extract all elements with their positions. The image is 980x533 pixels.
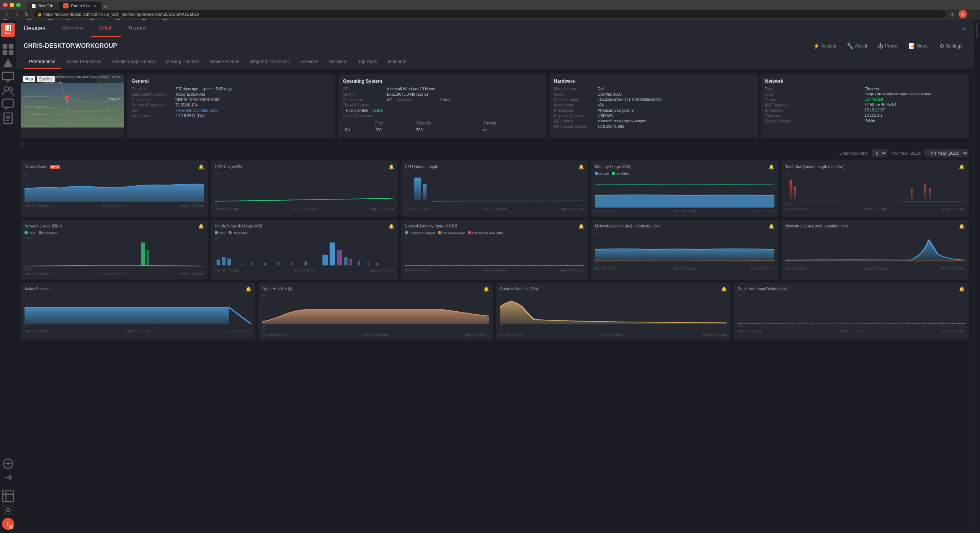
notes-button[interactable]: 📝 Notes — [905, 41, 931, 51]
net-status-row: Status: — [765, 98, 865, 102]
actions-button[interactable]: ⚡ Actions — [810, 41, 839, 51]
settings-button[interactable]: ⚙ Settings — [936, 41, 965, 51]
power-button[interactable]: ⏻ Power — [875, 41, 901, 51]
forward-button[interactable]: › — [13, 10, 21, 18]
top-nav-tabs: Overview Details Reports — [55, 20, 962, 37]
net-gw-val: 10.101.1.1 — [864, 113, 882, 118]
chart-handles-bell[interactable]: 🔔 — [483, 286, 489, 292]
tab-services[interactable]: Services — [295, 55, 323, 69]
sidebar-dashboard-icon[interactable] — [2, 43, 14, 56]
chart-ctx-bell[interactable]: 🔔 — [721, 286, 727, 292]
right-sidebar-handle[interactable] — [976, 23, 978, 38]
svg-rect-29 — [337, 250, 342, 265]
chart-disk-queue-bell[interactable]: 🔔 — [959, 164, 965, 170]
os-version-row: Version: 10.0.19045.3448 (22H2) — [343, 92, 542, 96]
settings-label: Settings — [946, 43, 962, 49]
tab-sessions[interactable]: Sessions — [323, 55, 353, 69]
tab-device-events[interactable]: Device Events — [204, 55, 245, 69]
sidebar-arrow-icon[interactable] — [2, 471, 14, 484]
general-isp[interactable]: Flexential Colorado Corp — [175, 108, 218, 113]
chart-net-usage-bell[interactable]: 🔔 — [198, 224, 204, 229]
svg-rect-31 — [349, 258, 352, 265]
general-card: General Enrolled: 397 days ago Uptime: 5… — [127, 74, 335, 138]
browser-tab-active[interactable]: ControlUp ✕ — [59, 2, 102, 10]
hw-proc: Physical: 1 Logical: 2 — [598, 108, 634, 113]
tab-reports[interactable]: Reports — [121, 20, 154, 37]
chart-latency-youtube-bell[interactable]: 🔔 — [959, 224, 965, 229]
tab-active-processes[interactable]: Active Processes — [61, 55, 107, 69]
tab-performance[interactable]: Performance — [24, 55, 61, 69]
menu-button[interactable]: ⋮ — [969, 10, 977, 18]
sidebar-users-icon[interactable] — [2, 85, 14, 97]
tab-incidents[interactable]: Incidents — [382, 55, 412, 69]
content-area: Map Satellite — [16, 69, 973, 533]
date-range-select[interactable]: This Year (2023) — [924, 149, 969, 157]
sidebar-warning-icon[interactable]: ! 5 — [2, 518, 14, 530]
chart-columns-label: Chart Columns: — [840, 151, 869, 155]
svg-point-44 — [476, 265, 478, 266]
svg-point-50 — [771, 322, 773, 323]
assist-button[interactable]: 🔧 Assist — [844, 41, 870, 51]
tab-overview[interactable]: Overview — [55, 20, 91, 37]
hw-proc-row: Processors: Physical: 1 Logical: 2 — [554, 108, 753, 113]
top-nav-menu-icon[interactable]: ≡ — [962, 25, 965, 32]
profile-button[interactable]: A — [959, 10, 967, 18]
close-dot[interactable] — [3, 3, 8, 7]
chart-cpu-dates: Dec 31 4:23 pm Sep 2 11:50 pm Sep 10 7:1… — [215, 207, 394, 211]
sidebar-report-icon[interactable] — [2, 112, 14, 124]
tab-missing-patches[interactable]: Missing Patches — [160, 55, 204, 69]
tab-details[interactable]: Details — [91, 20, 121, 37]
svg-rect-34 — [264, 263, 266, 265]
maximize-dot[interactable] — [16, 3, 21, 7]
chart-device-score-bell[interactable]: 🔔 — [198, 164, 204, 170]
collapse-icon[interactable]: ⊖ — [21, 141, 24, 147]
new-tab-button[interactable]: + — [104, 3, 107, 10]
svg-rect-12 — [97, 74, 124, 93]
chart-cpu-queue-bell[interactable]: 🔔 — [578, 164, 584, 170]
chart-handles-header: Open Handles (k) 🔔 — [262, 286, 489, 292]
chart-delay-bell[interactable]: 🔔 — [959, 286, 965, 292]
sidebar-table-icon[interactable] — [2, 490, 14, 502]
chart-delay-header: Peak User Input Delay (secs) 🔔 — [738, 286, 965, 292]
tab-installed-apps[interactable]: Installed Applications — [107, 55, 160, 69]
extensions-button[interactable]: ⊞ — [949, 10, 956, 18]
chart-net-usage-header: Network Usage (Mb/s) 🔔 — [24, 224, 204, 229]
chart-latency-controlup-bell[interactable]: 🔔 — [769, 224, 774, 229]
chart-sessions-bell[interactable]: 🔔 — [246, 286, 252, 292]
tab-top-apps[interactable]: Top Apps — [353, 55, 382, 69]
chart-cpu-bell[interactable]: 🔔 — [389, 164, 394, 170]
drives-col-capacity: Capacity — [415, 120, 481, 126]
tab-close-icon[interactable]: ✕ — [93, 3, 97, 8]
chart-hourly-net-bell[interactable]: 🔔 — [389, 224, 394, 229]
url-bar[interactable]: 🔒 https://app.controlup.com/controlup_te… — [33, 10, 946, 18]
svg-rect-2 — [2, 50, 7, 55]
date-range-label: This Year (2023) — [890, 151, 921, 155]
refresh-button[interactable]: ↻ — [23, 10, 31, 18]
chart-device-score-header: Device Score BETA 🔔 — [24, 164, 204, 170]
browser-tab-inactive[interactable]: 📄 New Tab — [27, 2, 58, 10]
sidebar-chat-icon[interactable] — [2, 98, 14, 111]
network-info-card: Network Type: Alias: Status: — [761, 74, 969, 138]
os-profile-row: Public profile Active — [343, 108, 542, 113]
device-header: CHRIS-DESKTOP.WORKGROUP ⚡ Actions 🔧 Assi… — [16, 37, 973, 56]
sidebar-settings-icon[interactable] — [2, 504, 14, 516]
chart-sessions-header: Active Sessions 🔔 — [24, 286, 252, 292]
sidebar-plus-icon[interactable] — [2, 458, 14, 470]
chart-columns-select[interactable]: 5 4 3 — [872, 149, 887, 157]
chart-latency-google-bell[interactable]: 🔔 — [578, 224, 584, 229]
net-alias-val-row: Intel(R) PRO/1000 MT Network Connection — [864, 92, 964, 96]
minimize-dot[interactable] — [10, 3, 14, 7]
chart-memory-bell[interactable]: 🔔 — [769, 164, 774, 170]
tab-stopped-processes[interactable]: Stopped Processes — [245, 55, 295, 69]
perf-tabs: Performance Active Processes Installed A… — [16, 56, 973, 69]
sidebar-alert-icon[interactable] — [2, 57, 14, 69]
svg-rect-25 — [222, 257, 225, 266]
back-button[interactable]: ‹ — [3, 10, 11, 18]
net-fw-row: Firewall Profile: — [765, 119, 865, 123]
sidebar-work-icon[interactable]: 📊 Work — [1, 23, 15, 37]
sidebar-monitor-icon[interactable] — [2, 71, 14, 83]
chart-cpu-title: CPU Usage (%) — [215, 164, 242, 169]
os-version: 10.0.19045.3448 (22H2) — [387, 92, 428, 96]
chart-sessions-svg — [24, 298, 252, 324]
chart-latency-google-title: Network Latency (ms) - 8.8.8.8 — [405, 224, 457, 229]
